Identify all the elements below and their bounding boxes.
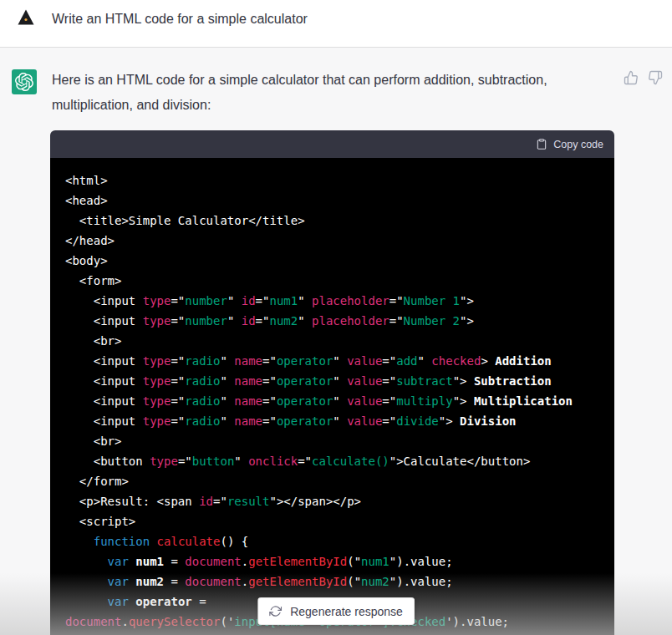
user-message-text: Write an HTML code for a simple calculat… [52,12,308,27]
code-line: </head> [65,231,599,251]
user-avatar [16,8,36,28]
assistant-avatar [12,69,37,94]
code-body: <html><head> <title>Simple Calculator</t… [50,158,614,635]
code-block-header: Copy code [50,130,614,158]
feedback-controls [624,70,663,85]
copy-code-label: Copy code [553,139,603,150]
assistant-message-text: Here is an HTML code for a simple calcul… [52,68,599,118]
regenerate-icon [269,605,282,617]
thumbs-up-icon [624,70,639,85]
thumbs-down-icon [648,70,663,85]
code-line: </form> [65,471,599,491]
assistant-message-row: Here is an HTML code for a simple calcul… [0,47,672,635]
code-line: <input type="number" id="num1" placehold… [65,291,599,311]
code-line: <form> [65,271,599,291]
code-line: <input type="number" id="num2" placehold… [65,311,599,331]
code-line: <script> [65,511,599,531]
clipboard-icon [536,138,547,150]
regenerate-label: Regenerate response [290,605,403,618]
code-line: var num1 = document.getElementById("num1… [65,551,599,572]
chatgpt-logo-icon [15,73,33,91]
copy-code-button[interactable]: Copy code [536,138,603,150]
code-block: Copy code <html><head> <title>Simple Cal… [50,130,614,635]
code-line: <html> [65,170,599,190]
code-line: <button type="button" onclick="calculate… [65,451,599,471]
code-line: <title>Simple Calculator</title> [65,211,599,231]
code-line: var num2 = document.getElementById("num2… [65,572,599,592]
code-line: <br> [65,331,599,351]
thumbs-up-button[interactable] [624,70,639,85]
code-line: function calculate() { [65,531,599,551]
code-line: <input type="radio" name="operator" valu… [65,411,599,431]
code-line: <head> [65,190,599,211]
code-line: <input type="radio" name="operator" valu… [65,391,599,411]
code-line: <input type="radio" name="operator" valu… [65,371,599,391]
triangle-logo-icon [16,8,36,28]
user-message-row: Write an HTML code for a simple calculat… [0,0,672,47]
code-line: <br> [65,431,599,451]
code-line: <p>Result: <span id="result"></span></p> [65,491,599,511]
thumbs-down-button[interactable] [648,70,663,85]
code-line: <input type="radio" name="operator" valu… [65,351,599,371]
regenerate-button[interactable]: Regenerate response [257,597,415,625]
code-line: <body> [65,251,599,271]
